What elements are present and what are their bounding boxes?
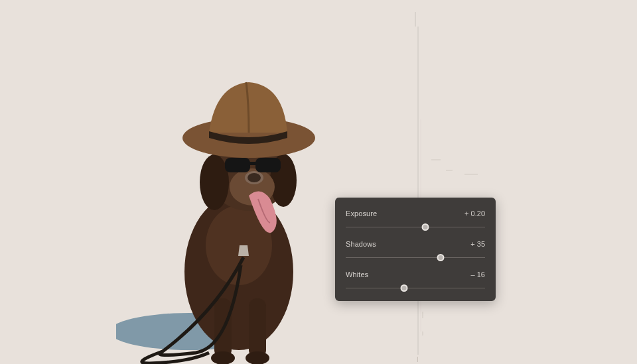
whites-slider-thumb[interactable] — [401, 284, 408, 292]
whites-value: – 16 — [471, 271, 485, 278]
subject-image — [116, 66, 355, 364]
guide-line — [417, 357, 418, 362]
shadows-slider[interactable] — [346, 253, 485, 261]
shadows-value: + 35 — [470, 240, 485, 248]
slider-row-shadows: Shadows + 35 — [346, 237, 485, 268]
adjustments-panel: Exposure + 0.20 Shadows + 35 Whites – 16 — [335, 198, 496, 301]
svg-rect-3 — [249, 298, 266, 358]
slider-row-whites: Whites – 16 — [346, 268, 485, 293]
slider-row-exposure: Exposure + 0.20 — [346, 207, 485, 237]
exposure-slider-thumb[interactable] — [421, 223, 429, 231]
whites-label: Whites — [346, 271, 368, 278]
svg-rect-13 — [225, 158, 250, 172]
svg-point-4 — [211, 351, 235, 364]
exposure-label: Exposure — [346, 210, 377, 217]
artifact-mark — [446, 170, 453, 171]
svg-marker-17 — [238, 245, 249, 256]
svg-rect-15 — [249, 162, 257, 165]
svg-point-8 — [200, 154, 229, 210]
artifact-mark — [422, 332, 423, 335]
exposure-value: + 0.20 — [464, 210, 485, 217]
artifact-mark — [464, 174, 478, 175]
svg-rect-14 — [255, 158, 281, 172]
exposure-slider[interactable] — [346, 223, 485, 231]
guide-line — [417, 27, 419, 355]
shadows-label: Shadows — [346, 240, 376, 248]
guide-line — [415, 12, 416, 27]
artifact-mark — [422, 312, 423, 318]
artifact-mark — [431, 159, 441, 160]
svg-point-12 — [248, 173, 261, 182]
shadows-slider-thumb[interactable] — [437, 254, 444, 261]
whites-slider[interactable] — [346, 284, 485, 292]
svg-point-5 — [246, 351, 269, 364]
